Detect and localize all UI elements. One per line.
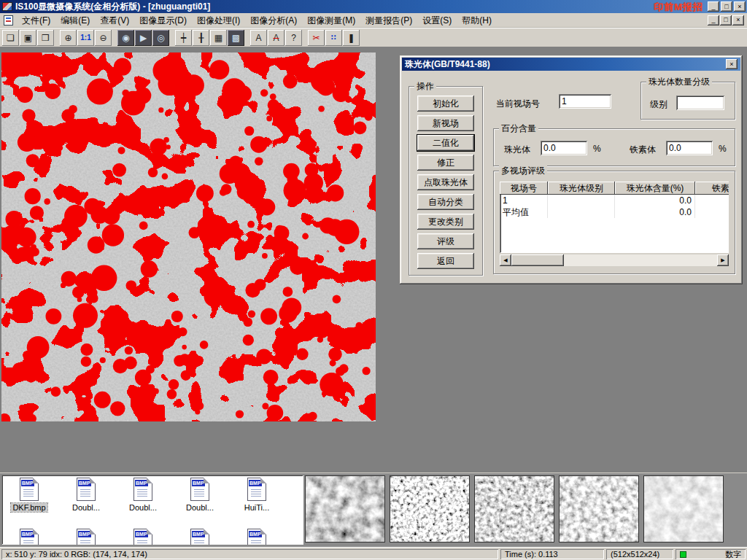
- thumbnail-3[interactable]: [474, 475, 554, 542]
- scroll-track[interactable]: [564, 254, 717, 266]
- pearlite-percent-input[interactable]: [541, 141, 587, 155]
- zoom-in-button[interactable]: ⊕: [60, 30, 77, 46]
- file-name: Doubl...: [128, 503, 158, 512]
- ferrite-percent-input[interactable]: [666, 141, 713, 155]
- bmp-file-icon: BMP: [77, 529, 96, 545]
- file-item-partial[interactable]: BMP: [60, 529, 112, 545]
- grade-level-input[interactable]: [676, 96, 724, 110]
- menu-item[interactable]: 帮助(H): [457, 14, 497, 27]
- thumbnail-5[interactable]: [643, 475, 724, 542]
- minimize-button[interactable]: _: [708, 1, 719, 12]
- measure-cross-button[interactable]: ┿: [175, 30, 192, 46]
- table-row[interactable]: 1 0.0: [500, 195, 729, 206]
- cut-button[interactable]: ✂: [308, 30, 325, 46]
- ruler-button[interactable]: ❚: [343, 30, 360, 46]
- operation-button[interactable]: 初始化: [417, 96, 474, 112]
- measure-caliper-button[interactable]: ╂: [193, 30, 209, 46]
- operation-button[interactable]: 返回: [417, 253, 474, 269]
- mdi-restore-button[interactable]: □: [720, 15, 732, 26]
- maximize-button[interactable]: □: [721, 1, 732, 12]
- file-item-partial[interactable]: BMP: [231, 529, 283, 545]
- operation-button[interactable]: 评级: [417, 233, 474, 249]
- grid-button[interactable]: ▦: [210, 30, 227, 46]
- thumbnail-1[interactable]: [305, 475, 385, 542]
- scroll-right-arrow[interactable]: ▶: [717, 254, 729, 266]
- zoom-out-button[interactable]: ⊖: [95, 30, 112, 46]
- percent-group: 百分含量 珠光体 % 铁素体 %: [493, 128, 735, 166]
- operation-group: 操作 初始化 新视场 二值化 修正 点取珠光体 自动分类 更改类别 评级 返回: [409, 86, 483, 276]
- thumbnail-4[interactable]: [559, 475, 639, 542]
- menu-item[interactable]: 设置(S): [417, 14, 457, 27]
- file-item[interactable]: BMP Doubl...: [60, 478, 112, 529]
- open-button[interactable]: ❏: [2, 30, 19, 46]
- file-item[interactable]: BMP Doubl...: [117, 478, 169, 529]
- close-button[interactable]: ×: [734, 1, 746, 12]
- save-button[interactable]: ▣: [20, 30, 36, 46]
- video-button[interactable]: ▶: [135, 30, 152, 46]
- operation-button[interactable]: 更改类别: [417, 214, 474, 230]
- file-name: Doubl...: [185, 503, 215, 512]
- capture-button[interactable]: ◎: [152, 30, 169, 46]
- text-delete-button[interactable]: A: [268, 30, 285, 46]
- pearlite-percent-label: 珠光体: [504, 144, 530, 156]
- menu-item[interactable]: 图像分析(A): [245, 14, 302, 27]
- help-button[interactable]: ?: [285, 30, 302, 46]
- watermark-text: 印前M报招: [654, 1, 703, 14]
- window-controls: _ □ ×: [708, 1, 746, 12]
- cell-pearlite-grade: [548, 195, 615, 206]
- bmp-thumbnail-lines: [80, 540, 90, 545]
- file-item-partial[interactable]: BMP: [174, 529, 226, 545]
- save-icon: ▣: [24, 33, 32, 43]
- rating-table-header: 视场号 珠光体级别 珠光体含量(%) 铁素: [500, 182, 729, 195]
- dialog-title-bar[interactable]: 珠光体(GB/T9441-88) ×: [402, 58, 740, 71]
- file-item-partial[interactable]: BMP: [3, 529, 55, 545]
- thumbnail-2[interactable]: [390, 475, 470, 542]
- count-button[interactable]: ∷: [325, 30, 342, 46]
- menu-item[interactable]: 测量报告(P): [360, 14, 417, 27]
- menu-item[interactable]: 图像显示(D): [134, 14, 192, 27]
- mdi-minimize-button[interactable]: _: [708, 15, 719, 26]
- bmp-badge: BMP: [78, 480, 91, 486]
- video-icon: ▶: [140, 33, 147, 43]
- print-button[interactable]: ❒: [37, 30, 54, 46]
- operation-button[interactable]: 点取珠光体: [417, 174, 474, 190]
- menu-item[interactable]: 文件(F): [17, 14, 55, 27]
- menu-item[interactable]: 查看(V): [95, 14, 134, 27]
- file-item[interactable]: BMP DKF.bmp: [3, 478, 55, 529]
- count-icon: ∷: [331, 34, 336, 42]
- table-row[interactable]: 平均值 0.0: [500, 206, 729, 218]
- menu-item[interactable]: 图像处理(I): [192, 14, 245, 27]
- menu-item[interactable]: 图像测量(M): [302, 14, 360, 27]
- grid-dark-button[interactable]: ▩: [228, 30, 244, 46]
- file-item[interactable]: BMP Doubl...: [174, 478, 226, 529]
- current-field-input[interactable]: [559, 94, 611, 109]
- scroll-left-arrow[interactable]: ◀: [500, 254, 511, 266]
- mdi-close-button[interactable]: ×: [732, 15, 744, 26]
- measure-caliper-icon: ╂: [198, 33, 204, 43]
- operation-button[interactable]: 二值化: [417, 135, 474, 151]
- mode-status: 数字: [676, 549, 746, 559]
- operation-button[interactable]: 修正: [417, 155, 474, 171]
- camera-button[interactable]: ◉: [117, 30, 134, 46]
- operation-button[interactable]: 自动分类: [417, 194, 474, 210]
- file-item-partial[interactable]: BMP: [117, 529, 169, 545]
- text-label-button[interactable]: A: [250, 30, 267, 46]
- file-item[interactable]: BMP HuiTi...: [231, 478, 283, 529]
- mdi-system-icon[interactable]: [4, 15, 13, 26]
- app-icon: [2, 2, 12, 11]
- bmp-thumbnail-lines: [80, 489, 90, 498]
- metallograph-svg: [1, 52, 376, 421]
- actual-size-button[interactable]: 1:1: [77, 30, 94, 46]
- menu-item[interactable]: 编辑(E): [55, 14, 95, 27]
- measure-cross-icon: ┿: [181, 33, 186, 43]
- scroll-thumb[interactable]: [511, 254, 564, 266]
- operation-button[interactable]: 新视场: [417, 115, 474, 131]
- text-delete-icon: A: [273, 33, 279, 43]
- header-pearlite-grade: 珠光体级别: [548, 182, 615, 195]
- dialog-close-button[interactable]: ×: [726, 59, 738, 69]
- grid-icon: ▦: [214, 33, 222, 43]
- table-hscrollbar[interactable]: ◀ ▶: [500, 254, 729, 266]
- image-size-status: (512x512x24): [606, 549, 673, 559]
- metallograph-image[interactable]: [1, 52, 376, 421]
- bmp-thumbnail-lines: [251, 540, 261, 545]
